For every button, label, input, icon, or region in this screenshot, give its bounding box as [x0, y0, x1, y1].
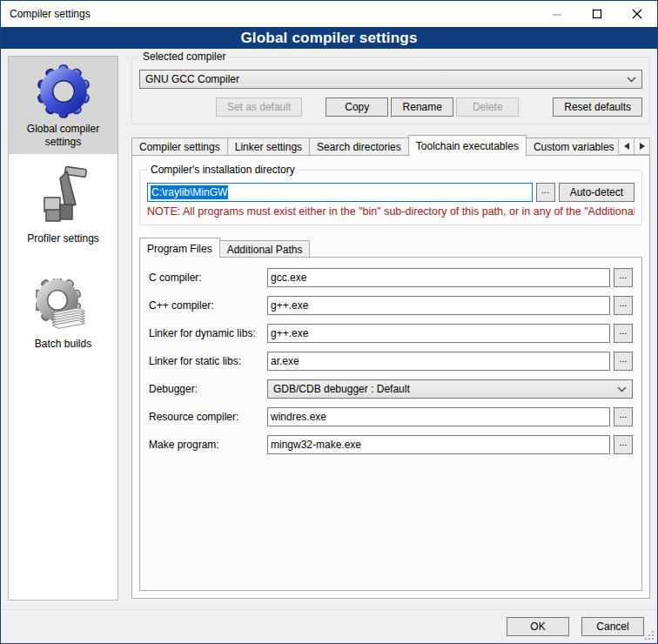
c-compiler-input[interactable]: gcc.exe	[267, 268, 610, 287]
compiler-select[interactable]: GNU GCC Compiler	[139, 70, 642, 89]
tab-custom-variables[interactable]: Custom variables	[526, 138, 622, 156]
minimize-icon	[552, 9, 562, 19]
resource-compiler-label: Resource compiler:	[149, 411, 264, 423]
resource-compiler-value: windres.exe	[271, 411, 326, 423]
dialog-banner: Global compiler settings	[1, 27, 657, 49]
dialog-footer: OK Cancel	[1, 609, 657, 643]
close-icon	[632, 9, 642, 19]
bin-subdirectory-note: NOTE: All programs must exist either in …	[147, 205, 634, 218]
dynamic-linker-label: Linker for dynamic libs:	[149, 327, 264, 339]
settings-category-list: Global compiler settings Profiler settin…	[8, 56, 118, 600]
minimize-button[interactable]	[537, 1, 577, 27]
make-program-value: mingw32-make.exe	[271, 439, 361, 451]
static-linker-label: Linker for static libs:	[149, 355, 264, 367]
toolchain-executables-page: Compiler's installation directory C:\ray…	[131, 155, 650, 599]
resource-compiler-browse-button[interactable]: ...	[614, 407, 633, 426]
cpp-compiler-input[interactable]: g++.exe	[267, 296, 610, 315]
arrow-left-icon	[624, 143, 629, 150]
chevron-down-icon	[627, 77, 636, 83]
reset-defaults-button[interactable]: Reset defaults	[553, 97, 642, 117]
resize-grip[interactable]	[652, 638, 654, 640]
banner-title: Global compiler settings	[240, 30, 417, 47]
close-button[interactable]	[617, 1, 657, 27]
cpp-compiler-value: g++.exe	[271, 299, 308, 312]
toolchain-fields: C compiler: gcc.exe ... C++ compiler: g+…	[149, 268, 633, 454]
caliper-icon	[36, 166, 91, 229]
gear-paper-stack-icon	[36, 278, 91, 334]
selected-compiler-legend: Selected compiler	[139, 50, 229, 63]
auto-detect-button[interactable]: Auto-detect	[559, 183, 634, 202]
tab-additional-paths[interactable]: Additional Paths	[219, 240, 311, 258]
sidebar-item-batch-builds[interactable]: Batch builds	[9, 272, 118, 356]
blue-gear-icon	[36, 64, 91, 119]
make-program-browse-button[interactable]: ...	[614, 435, 633, 454]
selected-compiler-groupbox: Selected compiler GNU GCC Compiler Set a…	[131, 57, 650, 124]
installation-directory-browse-button[interactable]: ...	[536, 183, 555, 202]
installation-directory-input[interactable]: C:\raylib\MinGW	[147, 183, 533, 202]
make-program-input[interactable]: mingw32-make.exe	[267, 435, 610, 454]
debugger-label: Debugger:	[149, 383, 264, 395]
delete-button[interactable]: Delete	[456, 97, 519, 117]
settings-tabstrip: Compiler settings Linker settings Search…	[131, 135, 650, 156]
chevron-down-icon	[617, 386, 627, 392]
window-title: Compiler settings	[1, 8, 91, 20]
tab-scroll-left-button[interactable]	[618, 138, 634, 155]
sidebar-item-profiler-settings[interactable]: Profiler settings	[9, 159, 118, 251]
selected-text: C:\raylib\MinGW	[151, 185, 228, 199]
cpp-compiler-label: C++ compiler:	[149, 299, 264, 312]
ok-button[interactable]: OK	[507, 617, 569, 636]
static-linker-input[interactable]: ar.exe	[267, 352, 610, 371]
installation-directory-legend: Compiler's installation directory	[147, 164, 299, 176]
tab-program-files[interactable]: Program Files	[139, 238, 220, 258]
caption-buttons	[537, 1, 657, 27]
dynamic-linker-input[interactable]: g++.exe	[267, 324, 610, 343]
c-compiler-label: C compiler:	[149, 272, 264, 284]
main-panel: Selected compiler GNU GCC Compiler Set a…	[131, 57, 650, 599]
tab-scroll-right-button[interactable]	[634, 138, 650, 155]
cpp-compiler-browse-button[interactable]: ...	[614, 296, 633, 315]
arrow-right-icon	[640, 143, 645, 150]
c-compiler-value: gcc.exe	[271, 272, 306, 284]
dynamic-linker-value: g++.exe	[271, 327, 308, 339]
resource-compiler-input[interactable]: windres.exe	[267, 407, 610, 426]
compiler-select-value: GNU GCC Compiler	[145, 73, 239, 85]
sidebar-item-label: Profiler settings	[12, 232, 114, 245]
tab-scroll-buttons	[619, 138, 650, 155]
compiler-buttons-row: Set as default Copy Rename Delete Reset …	[139, 97, 642, 117]
dynamic-linker-browse-button[interactable]: ...	[614, 324, 633, 343]
rename-button[interactable]: Rename	[391, 97, 453, 117]
sidebar-item-label: Batch builds	[12, 338, 114, 351]
make-program-label: Make program:	[149, 439, 264, 451]
sidebar-item-label: Global compiler settings	[12, 123, 114, 149]
c-compiler-browse-button[interactable]: ...	[614, 268, 633, 287]
tab-toolchain-executables[interactable]: Toolchain executables	[408, 135, 527, 156]
set-as-default-button[interactable]: Set as default	[216, 97, 302, 117]
debugger-select[interactable]: GDB/CDB debugger : Default	[267, 379, 633, 399]
debugger-select-value: GDB/CDB debugger : Default	[273, 383, 410, 395]
copy-button[interactable]: Copy	[326, 97, 388, 117]
sidebar-item-global-compiler-settings[interactable]: Global compiler settings	[9, 57, 118, 154]
tab-linker-settings[interactable]: Linker settings	[227, 138, 310, 156]
tab-compiler-settings[interactable]: Compiler settings	[131, 138, 228, 156]
installation-directory-groupbox: Compiler's installation directory C:\ray…	[139, 170, 642, 225]
cancel-button[interactable]: Cancel	[581, 617, 644, 636]
maximize-icon	[592, 9, 602, 19]
static-linker-browse-button[interactable]: ...	[614, 352, 633, 371]
compiler-settings-dialog: Compiler settings Global compiler settin…	[0, 0, 658, 644]
tab-search-directories[interactable]: Search directories	[309, 138, 409, 156]
static-linker-value: ar.exe	[271, 355, 299, 367]
window-titlebar[interactable]: Compiler settings	[1, 1, 657, 27]
program-files-panel: C compiler: gcc.exe ... C++ compiler: g+…	[139, 257, 642, 591]
program-files-tabstrip: Program Files Additional Paths	[139, 238, 642, 258]
installation-directory-row: C:\raylib\MinGW ... Auto-detect	[147, 183, 634, 202]
maximize-button[interactable]	[577, 1, 617, 27]
